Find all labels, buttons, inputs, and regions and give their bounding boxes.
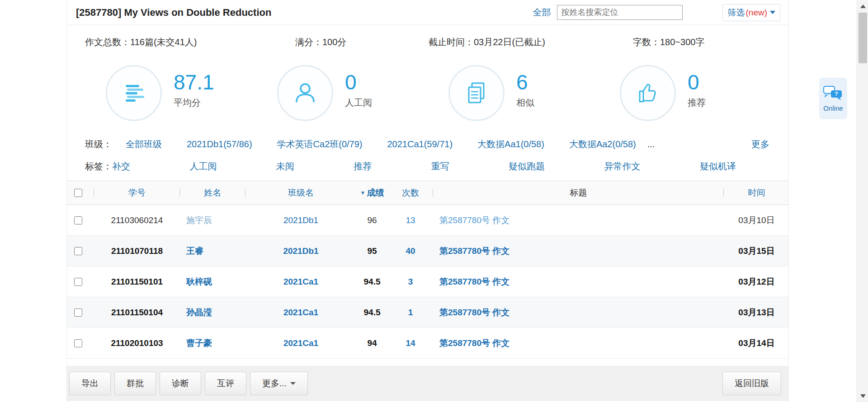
score-cell: 96 — [356, 205, 388, 235]
student-name-link[interactable]: 孙晶滢 — [186, 307, 212, 318]
score-cell: 95 — [356, 236, 388, 266]
online-support-widget[interactable]: ? Online — [819, 78, 847, 119]
count-link[interactable]: 13 — [406, 215, 415, 225]
summary-total-label: 作文总数： — [85, 37, 130, 47]
count-link[interactable]: 40 — [406, 246, 415, 256]
essay-title-link[interactable]: 第2587780号 作文 — [439, 215, 509, 226]
sort-by-student-id[interactable]: 学号 — [128, 187, 146, 199]
title-cell: 第2587780号 作文 — [433, 297, 724, 327]
summary-deadline: 截止时间：03月22日(已截止) — [429, 36, 545, 48]
count-link[interactable]: 3 — [408, 277, 413, 287]
table-body: 21103060214 施宇辰 2021Db1 96 13 第2587780号 … — [67, 205, 788, 359]
class-filter-link[interactable]: 2021Ca1(59/71) — [387, 139, 453, 150]
tag-link-unread[interactable]: 未阅 — [276, 160, 294, 173]
diagnose-button[interactable]: 诊断 — [160, 372, 201, 395]
peer-review-button[interactable]: 互评 — [205, 372, 246, 395]
chat-bubbles-icon: ? — [823, 85, 844, 102]
assignment-summary: 作文总数：116篇(未交41人) 满分：100分 截止时间：03月22日(已截止… — [67, 36, 788, 49]
header-score: ▼成绩 — [356, 181, 388, 205]
tag-links: 补交 人工阅 未阅 推荐 重写 疑似跑题 异常作文 疑似机译 — [112, 160, 736, 173]
sort-by-name[interactable]: 姓名 — [204, 187, 222, 199]
table-row: 21101070118 王睿 2021Db1 95 40 第2587780号 作… — [67, 236, 788, 266]
class-link[interactable]: 2021Db1 — [283, 246, 318, 256]
class-cell: 2021Db1 — [245, 205, 356, 235]
count-cell: 40 — [388, 236, 433, 266]
tag-link-machine-translate[interactable]: 疑似机译 — [700, 160, 736, 173]
student-name-link[interactable]: 耿梓砚 — [186, 276, 212, 288]
stats-row: 87.1 平均分 0 人工阅 — [67, 65, 788, 125]
summary-word-count-value: 180~300字 — [660, 37, 704, 47]
manual-review-label: 人工阅 — [345, 97, 372, 109]
name-cell: 耿梓砚 — [180, 266, 245, 297]
class-cell: 2021Ca1 — [245, 328, 356, 358]
chevron-down-icon — [290, 382, 296, 385]
table-row: 21102010103 曹子豪 2021Ca1 94 14 第2587780号 … — [67, 328, 788, 359]
class-filter-link[interactable]: 2021Db1(57/86) — [187, 139, 252, 150]
summary-full-score-value: 100分 — [322, 37, 346, 47]
all-link[interactable]: 全部 — [533, 6, 551, 19]
filter-dropdown[interactable]: 筛选 (new) — [722, 4, 780, 21]
topbar: [2587780] My Views on Double Reduction 全… — [67, 0, 788, 25]
stat-text: 6 相似 — [516, 65, 534, 121]
scroll-up-button[interactable] — [857, 0, 868, 12]
sort-by-time[interactable]: 时间 — [748, 187, 765, 199]
tag-link-recommend[interactable]: 推荐 — [354, 160, 372, 173]
tag-link-abnormal[interactable]: 异常作文 — [604, 160, 641, 173]
student-name-link[interactable]: 施宇辰 — [186, 215, 212, 226]
header-student-id: 学号 — [94, 181, 180, 205]
class-link[interactable]: 2021Ca1 — [283, 308, 318, 318]
sort-by-score[interactable]: 成绩 — [367, 187, 384, 199]
manual-review-value: 0 — [345, 71, 372, 93]
scrollbar-thumb[interactable] — [859, 13, 867, 63]
student-name-link[interactable]: 王睿 — [186, 245, 203, 257]
class-filter-more[interactable]: 更多 — [751, 138, 769, 150]
sort-by-count[interactable]: 次数 — [402, 187, 419, 199]
class-filter-link[interactable]: 大数据Aa2(0/58) — [569, 138, 636, 150]
batch-review-button[interactable]: 群批 — [114, 372, 156, 395]
class-link[interactable]: 2021Ca1 — [283, 277, 318, 287]
scrollbar[interactable] — [857, 0, 868, 402]
class-link[interactable]: 2021Ca1 — [283, 338, 318, 348]
back-to-old-version-button[interactable]: 返回旧版 — [722, 372, 781, 395]
main-panel: [2587780] My Views on Double Reduction 全… — [66, 0, 789, 402]
tag-link-offtopic[interactable]: 疑似跑题 — [509, 160, 545, 173]
more-actions-button[interactable]: 更多... — [250, 372, 308, 395]
tag-link-rewrite[interactable]: 重写 — [431, 160, 449, 173]
time-cell: 03月12日 — [724, 266, 789, 297]
essay-title-link[interactable]: 第2587780号 作文 — [439, 245, 509, 257]
scroll-up-arrow-icon — [860, 5, 866, 8]
essay-title-link[interactable]: 第2587780号 作文 — [439, 307, 509, 318]
header-time: 时间 — [724, 181, 789, 205]
export-button[interactable]: 导出 — [69, 372, 111, 395]
tag-link-late[interactable]: 补交 — [112, 160, 130, 173]
class-filter-link[interactable]: 学术英语Ca2班(0/79) — [277, 138, 363, 150]
similar-value: 6 — [516, 71, 534, 93]
row-checkbox[interactable] — [74, 247, 82, 255]
class-filter-all[interactable]: 全部班级 — [126, 138, 162, 150]
summary-total-value: 116篇(未交41人) — [130, 37, 197, 47]
sort-by-class[interactable]: 班级名 — [288, 187, 314, 199]
stat-text: 87.1 平均分 — [174, 65, 214, 121]
page-title: [2587780] My Views on Double Reduction — [76, 7, 271, 19]
more-actions-label: 更多... — [262, 378, 287, 389]
bottom-toolbar: 导出 群批 诊断 互评 更多... 返回旧版 — [67, 366, 788, 401]
essay-title-link[interactable]: 第2587780号 作文 — [439, 276, 509, 288]
student-id-cell: 21103060214 — [94, 205, 180, 235]
tag-link-manual[interactable]: 人工阅 — [189, 160, 217, 173]
scroll-down-button[interactable] — [857, 390, 868, 402]
name-search-input[interactable] — [557, 5, 683, 20]
row-checkbox[interactable] — [74, 278, 82, 286]
row-checkbox[interactable] — [74, 216, 82, 224]
summary-deadline-label: 截止时间： — [429, 37, 474, 47]
table-row: 21103060214 施宇辰 2021Db1 96 13 第2587780号 … — [67, 205, 788, 236]
count-link[interactable]: 14 — [406, 338, 415, 348]
class-link[interactable]: 2021Db1 — [283, 215, 318, 225]
row-checkbox[interactable] — [74, 339, 82, 347]
essay-title-link[interactable]: 第2587780号 作文 — [439, 337, 509, 349]
online-label: Online — [823, 104, 843, 112]
count-link[interactable]: 1 — [408, 308, 413, 318]
select-all-checkbox[interactable] — [74, 189, 82, 197]
student-name-link[interactable]: 曹子豪 — [186, 337, 212, 349]
class-filter-link[interactable]: 大数据Aa1(0/58) — [477, 138, 544, 150]
row-checkbox[interactable] — [74, 309, 82, 317]
